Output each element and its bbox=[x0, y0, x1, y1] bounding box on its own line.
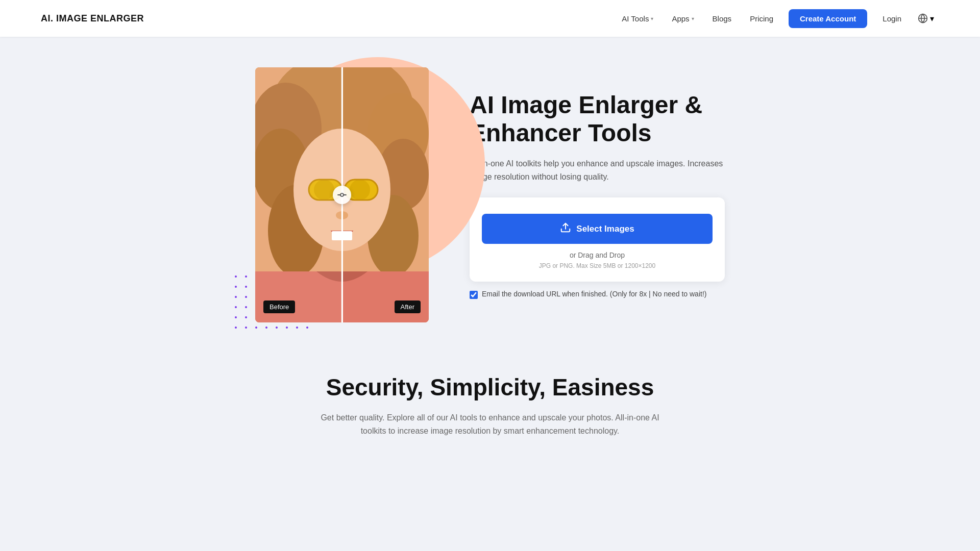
nav-apps[interactable]: Apps ▾ bbox=[665, 10, 701, 27]
brand-logo: AI. IMAGE ENLARGER bbox=[41, 13, 144, 24]
navbar: AI. IMAGE ENLARGER AI Tools ▾ Apps ▾ Blo… bbox=[0, 0, 980, 37]
dot-decoration bbox=[245, 296, 247, 298]
dot-decoration bbox=[235, 286, 237, 288]
language-selector[interactable]: ▾ bbox=[913, 10, 939, 27]
dot-decoration bbox=[245, 276, 247, 278]
svg-rect-23 bbox=[255, 67, 342, 322]
dot-decoration bbox=[245, 306, 247, 308]
select-images-button[interactable]: Select Images bbox=[482, 214, 713, 244]
svg-point-15 bbox=[350, 180, 370, 200]
dot-decoration bbox=[265, 327, 267, 329]
upload-box: Select Images or Drag and Drop JPG or PN… bbox=[470, 197, 725, 282]
image-comparison-wrapper: // dots rendered after body load bbox=[255, 67, 429, 322]
nav-blogs[interactable]: Blogs bbox=[705, 10, 739, 27]
globe-icon bbox=[918, 13, 928, 23]
hero-subtitle: All-in-one AI toolkits help you enhance … bbox=[470, 157, 725, 183]
dot-decoration bbox=[235, 327, 237, 329]
before-label: Before bbox=[263, 300, 295, 313]
dot-decoration bbox=[245, 316, 247, 318]
chevron-down-icon: ▾ bbox=[651, 16, 653, 21]
drag-drop-text: or Drag and Drop bbox=[482, 251, 713, 259]
email-notification-row: Email the download URL when finished. (O… bbox=[470, 290, 725, 299]
hero-section: // dots rendered after body load bbox=[133, 37, 847, 343]
dot-decoration bbox=[255, 327, 257, 329]
bottom-section: Security, Simplicity, Easiness Get bette… bbox=[133, 343, 847, 458]
dot-decoration bbox=[245, 286, 247, 288]
chevron-down-icon: ▾ bbox=[930, 14, 934, 23]
chevron-down-icon: ▾ bbox=[692, 16, 694, 21]
email-label: Email the download URL when finished. (O… bbox=[482, 290, 706, 298]
nav-ai-tools[interactable]: AI Tools ▾ bbox=[615, 10, 660, 27]
dot-decoration bbox=[306, 327, 308, 329]
dot-decoration bbox=[235, 296, 237, 298]
nav-links: AI Tools ▾ Apps ▾ Blogs Pricing Create A… bbox=[615, 9, 939, 28]
login-button[interactable]: Login bbox=[875, 10, 909, 27]
email-checkbox[interactable] bbox=[470, 291, 478, 299]
comparison-container[interactable]: Before After bbox=[255, 67, 429, 322]
dot-decoration bbox=[235, 316, 237, 318]
create-account-button[interactable]: Create Account bbox=[789, 9, 867, 28]
after-label: After bbox=[395, 300, 421, 313]
upload-svg-icon bbox=[560, 222, 571, 233]
dot-decoration bbox=[286, 327, 288, 329]
dot-decoration bbox=[245, 327, 247, 329]
dot-decoration bbox=[276, 327, 278, 329]
upload-icon bbox=[560, 222, 571, 236]
bottom-subtitle: Get better quality. Explore all of our A… bbox=[316, 411, 664, 437]
hero-content: AI Image Enlarger & Enhancer Tools All-i… bbox=[470, 91, 725, 299]
hero-title: AI Image Enlarger & Enhancer Tools bbox=[470, 91, 725, 147]
nav-pricing[interactable]: Pricing bbox=[743, 10, 780, 27]
dot-decoration bbox=[235, 306, 237, 308]
arrows-icon bbox=[337, 190, 347, 199]
dot-decoration bbox=[235, 276, 237, 278]
file-info-text: JPG or PNG. Max Size 5MB or 1200×1200 bbox=[482, 262, 713, 269]
comparison-handle[interactable] bbox=[333, 186, 351, 204]
dot-decoration bbox=[296, 327, 298, 329]
bottom-title: Security, Simplicity, Easiness bbox=[174, 373, 806, 401]
